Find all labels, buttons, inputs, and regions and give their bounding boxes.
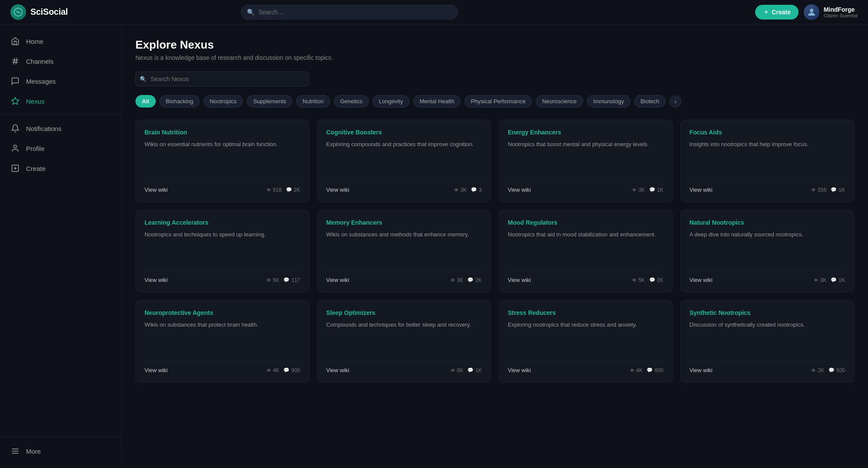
views-count: 3K: [460, 187, 467, 193]
sidebar-item-create[interactable]: Create: [0, 158, 121, 178]
wiki-comments: 💬 500: [829, 367, 845, 373]
wiki-stats: 👁 618 💬 2K: [266, 187, 300, 193]
view-wiki-link[interactable]: View wiki: [508, 277, 531, 283]
home-icon: [10, 36, 20, 46]
views-icon: 👁: [266, 187, 271, 193]
comments-count: 1K: [657, 187, 664, 193]
wiki-card: Brain Nutrition Wikis on essential nutri…: [135, 120, 309, 202]
nexus-icon: [10, 96, 20, 106]
filter-tag-biohacking[interactable]: Biohacking: [159, 95, 200, 108]
sidebar-item-label: Notifications: [26, 125, 62, 132]
filter-tag-genetics[interactable]: Genetics: [334, 95, 369, 108]
sidebar-item-home[interactable]: Home: [0, 31, 121, 51]
view-wiki-link[interactable]: View wiki: [508, 187, 531, 193]
wiki-card-title: Brain Nutrition: [145, 129, 300, 136]
comments-icon: 💬: [467, 367, 473, 373]
wiki-card-description: Wikis on substances that protect brain h…: [145, 321, 300, 353]
wiki-comments: 💬 1K: [831, 187, 845, 193]
wiki-card-description: Discussion of synthetically created noot…: [690, 321, 845, 353]
views-icon: 👁: [632, 278, 637, 283]
view-wiki-link[interactable]: View wiki: [326, 367, 349, 373]
sidebar-item-profile[interactable]: Profile: [0, 138, 121, 158]
sidebar-item-nexus[interactable]: Nexus: [0, 91, 121, 111]
user-menu[interactable]: MindForge Citizen Scientist: [804, 4, 858, 20]
view-wiki-link[interactable]: View wiki: [145, 277, 168, 283]
page-title: Explore Nexus: [135, 38, 854, 52]
wiki-card-description: Wikis on essential nutrients for optimal…: [145, 140, 300, 173]
view-wiki-link[interactable]: View wiki: [145, 367, 168, 373]
filter-tag-neuroscience[interactable]: Neuroscience: [536, 95, 583, 108]
sidebar-item-label: Home: [26, 38, 43, 45]
wiki-card-description: Nootropics and techniques to speed up le…: [145, 230, 300, 263]
create-label: Create: [772, 9, 791, 16]
sidebar-item-channels[interactable]: Channels: [0, 51, 121, 71]
comments-icon: 💬: [467, 277, 473, 283]
filter-tag-supplements[interactable]: Supplements: [247, 95, 293, 108]
global-search-input[interactable]: [241, 5, 458, 20]
wiki-stats: 👁 5K 💬 117: [266, 277, 300, 283]
more-label: More: [26, 448, 41, 455]
sidebar-item-label: Channels: [26, 58, 53, 65]
logo-area: SciSocial: [10, 4, 89, 20]
user-role: Citizen Scientist: [824, 13, 858, 18]
view-wiki-link[interactable]: View wiki: [508, 367, 531, 373]
messages-icon: [10, 76, 20, 86]
wiki-stats: 👁 4K 💬 800: [630, 367, 664, 373]
wiki-card-title: Learning Accelerators: [145, 219, 300, 226]
view-wiki-link[interactable]: View wiki: [690, 367, 713, 373]
wiki-comments: 💬 1K: [831, 277, 845, 283]
svg-marker-6: [12, 98, 19, 105]
filter-tag-longevity[interactable]: Longevity: [372, 95, 410, 108]
comments-icon: 💬: [283, 367, 289, 373]
views-count: 618: [273, 187, 282, 193]
wiki-comments: 💬 1K: [649, 187, 664, 193]
comments-count: 2K: [294, 187, 300, 193]
wiki-views: 👁 618: [266, 187, 282, 193]
comments-count: 1K: [838, 277, 845, 283]
view-wiki-link[interactable]: View wiki: [326, 277, 349, 283]
wiki-card-title: Stress Reducers: [508, 309, 664, 316]
create-button[interactable]: ＋ Create: [755, 5, 799, 20]
wiki-card-footer: View wiki 👁 6K 💬 1K: [326, 361, 482, 373]
wiki-views: 👁 3K: [450, 277, 464, 283]
global-search: 🔍: [241, 5, 458, 20]
view-wiki-link[interactable]: View wiki: [690, 277, 713, 283]
sidebar-divider-bottom: [0, 437, 121, 438]
views-icon: 👁: [811, 368, 816, 373]
sidebar-item-notifications[interactable]: Notifications: [0, 118, 121, 138]
filter-tag-physical-performance[interactable]: Physical Performance: [464, 95, 532, 108]
wiki-card-description: Nootropics that aid in mood stabilizatio…: [508, 230, 664, 263]
wiki-views: 👁 6K: [450, 367, 464, 373]
view-wiki-link[interactable]: View wiki: [145, 187, 168, 193]
views-icon: 👁: [266, 368, 271, 373]
filter-tag-immunology[interactable]: Immunology: [587, 95, 631, 108]
nexus-search-input[interactable]: [135, 72, 309, 86]
view-wiki-link[interactable]: View wiki: [690, 187, 713, 193]
views-icon: 👁: [454, 187, 459, 193]
filter-tag-biotech[interactable]: Biotech: [634, 95, 666, 108]
views-count: 3K: [457, 277, 464, 283]
wiki-card: Energy Enhancers Nootropics that boost m…: [499, 120, 673, 202]
wiki-card-title: Sleep Optimizers: [326, 309, 482, 316]
views-count: 3K: [820, 277, 827, 283]
wiki-views: 👁 2K: [811, 367, 824, 373]
filter-scroll-right-button[interactable]: ›: [669, 95, 681, 108]
filter-tag-nutrition[interactable]: Nutrition: [296, 95, 330, 108]
wiki-card: Sleep Optimizers Compounds and technique…: [317, 300, 491, 383]
filter-tag-all[interactable]: All: [135, 95, 156, 108]
filter-tag-nootropics[interactable]: Nootropics: [203, 95, 243, 108]
main-layout: Home Channels Messages: [0, 24, 868, 468]
sidebar: Home Channels Messages: [0, 24, 122, 468]
wiki-views: 👁 556: [811, 187, 826, 193]
comments-count: 2K: [657, 277, 664, 283]
views-icon: 👁: [450, 368, 455, 373]
svg-line-4: [14, 58, 15, 65]
filter-tag-mental-health[interactable]: Mental Health: [413, 95, 461, 108]
wiki-stats: 👁 3K 💬 1K: [814, 277, 845, 283]
wiki-card-description: Insights into nootropics that help impro…: [690, 140, 845, 173]
sidebar-item-more[interactable]: More: [0, 441, 121, 461]
wiki-views: 👁 3K: [814, 277, 827, 283]
views-icon: 👁: [630, 368, 635, 373]
sidebar-item-messages[interactable]: Messages: [0, 71, 121, 91]
view-wiki-link[interactable]: View wiki: [326, 187, 349, 193]
